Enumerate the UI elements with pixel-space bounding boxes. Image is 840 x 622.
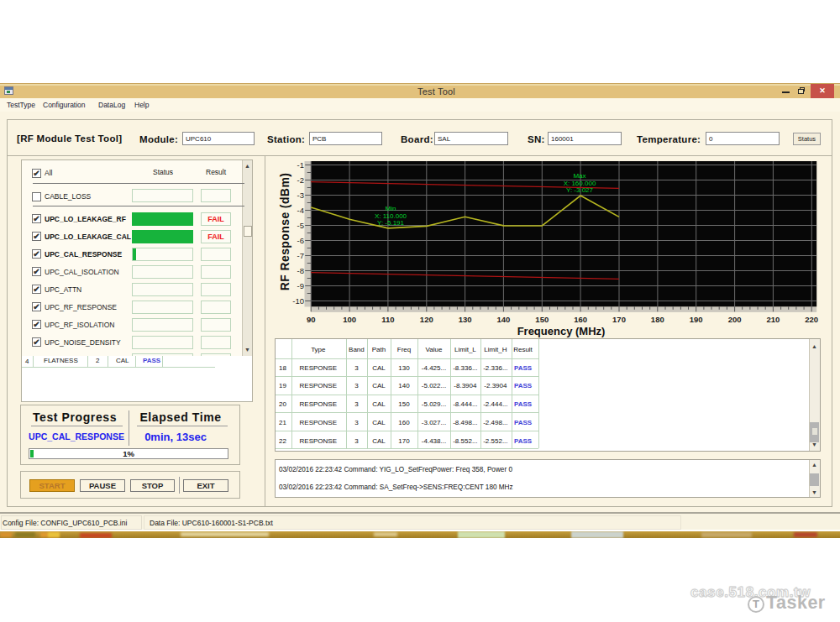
svg-text:160: 160 (574, 315, 587, 324)
svg-text:-7: -7 (297, 251, 304, 260)
svg-text:Frequency (MHz): Frequency (MHz) (517, 325, 606, 337)
svg-text:-8: -8 (297, 266, 304, 275)
svg-text:-1: -1 (297, 160, 304, 170)
svg-text:-10: -10 (292, 296, 304, 306)
svg-text:-9: -9 (297, 281, 304, 290)
svg-text:220: 220 (805, 315, 818, 324)
svg-text:-4: -4 (297, 206, 304, 215)
svg-text:140: 140 (496, 315, 510, 324)
svg-text:Y: -5.191: Y: -5.191 (377, 219, 405, 227)
svg-text:150: 150 (535, 315, 549, 324)
svg-text:120: 120 (420, 315, 433, 324)
svg-text:190: 190 (690, 315, 703, 324)
svg-text:-3: -3 (297, 191, 304, 200)
svg-text:180: 180 (651, 315, 664, 324)
svg-text:170: 170 (612, 315, 626, 324)
svg-text:130: 130 (459, 315, 472, 324)
svg-text:210: 210 (766, 315, 780, 324)
svg-text:90: 90 (307, 315, 316, 324)
svg-text:-5: -5 (297, 221, 304, 230)
svg-text:110: 110 (381, 315, 394, 324)
svg-text:-2: -2 (297, 175, 304, 185)
svg-text:100: 100 (343, 315, 356, 324)
svg-text:-6: -6 (297, 236, 304, 245)
svg-text:Y: -3.027: Y: -3.027 (566, 186, 594, 194)
svg-text:RF Response (dBm): RF Response (dBm) (278, 173, 291, 291)
svg-text:200: 200 (728, 315, 742, 324)
